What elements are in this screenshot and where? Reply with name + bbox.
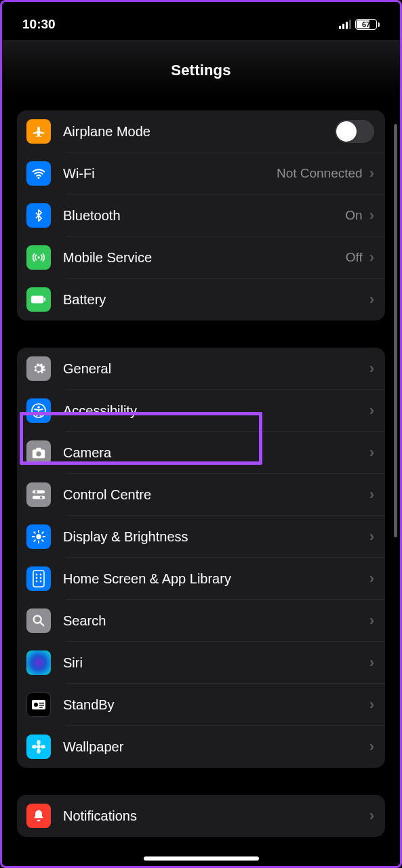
row-wifi[interactable]: Wi-FiNot Connected› (17, 152, 385, 194)
antenna-icon (26, 245, 51, 270)
row-bluetooth[interactable]: BluetoothOn› (17, 194, 385, 236)
airplane-toggle[interactable] (335, 120, 374, 143)
svg-point-18 (40, 581, 42, 583)
row-label: Accessibility (63, 403, 369, 419)
svg-point-1 (37, 256, 39, 258)
svg-rect-3 (44, 297, 45, 302)
chevron-right-icon: › (369, 612, 374, 629)
status-bar: 10:30 67 (2, 2, 400, 40)
svg-rect-23 (39, 705, 44, 706)
home-indicator[interactable] (144, 856, 259, 861)
chevron-right-icon: › (369, 486, 374, 503)
row-control-centre[interactable]: Control Centre› (17, 474, 385, 516)
settings-group: Airplane ModeWi-FiNot Connected›Bluetoot… (17, 110, 385, 321)
chevron-right-icon: › (369, 165, 374, 182)
chevron-right-icon: › (369, 444, 374, 461)
row-label: Battery (63, 292, 369, 308)
svg-point-0 (37, 177, 39, 179)
row-search[interactable]: Search› (17, 600, 385, 642)
row-label: Search (63, 613, 369, 629)
row-label: StandBy (63, 697, 369, 713)
row-label: Wi-Fi (63, 166, 277, 182)
row-label: Mobile Service (63, 250, 346, 266)
wifi-icon (26, 161, 51, 186)
sliders-icon (26, 482, 51, 507)
row-label: Display & Brightness (63, 529, 369, 545)
row-value: Off (346, 250, 363, 265)
phone-grid-icon (26, 566, 51, 591)
brightness-icon (26, 524, 51, 549)
row-label: Siri (63, 655, 369, 671)
svg-rect-2 (31, 295, 43, 303)
row-airplane[interactable]: Airplane Mode (17, 110, 385, 152)
svg-point-25 (37, 745, 41, 749)
row-wallpaper[interactable]: Wallpaper› (17, 726, 385, 768)
row-accessibility[interactable]: Accessibility› (17, 390, 385, 432)
svg-point-28 (32, 745, 37, 749)
svg-rect-22 (39, 703, 44, 704)
svg-point-8 (35, 491, 38, 493)
battery-icon (26, 287, 51, 312)
gear-icon (26, 356, 51, 381)
svg-point-5 (37, 406, 40, 409)
row-label: Wallpaper (63, 739, 369, 755)
svg-point-17 (36, 581, 38, 583)
chevron-right-icon: › (369, 807, 374, 825)
standby-icon (26, 693, 51, 717)
scrollbar-thumb[interactable] (394, 124, 397, 537)
page-header: Settings (2, 40, 400, 94)
chevron-right-icon: › (369, 570, 374, 587)
chevron-right-icon: › (369, 249, 374, 266)
settings-group: General›Accessibility›Camera›Control Cen… (17, 348, 385, 768)
svg-point-10 (40, 496, 43, 499)
row-siri[interactable]: Siri› (17, 642, 385, 684)
bluetooth-icon (26, 203, 51, 228)
svg-point-15 (36, 577, 38, 579)
row-display[interactable]: Display & Brightness› (17, 516, 385, 558)
chevron-right-icon: › (369, 207, 374, 224)
bell-icon (26, 804, 51, 828)
wallpaper-icon (26, 735, 51, 759)
row-label: Home Screen & App Library (63, 571, 369, 587)
camera-icon (26, 440, 51, 465)
settings-scroll-area[interactable]: Airplane ModeWi-FiNot Connected›Bluetoot… (2, 90, 400, 866)
siri-icon (26, 650, 51, 675)
row-camera[interactable]: Camera› (17, 432, 385, 474)
row-label: Airplane Mode (63, 124, 335, 140)
svg-rect-24 (39, 707, 43, 708)
chevron-right-icon: › (369, 738, 374, 756)
page-title: Settings (2, 62, 400, 79)
row-home-screen[interactable]: Home Screen & App Library› (17, 558, 385, 600)
row-standby[interactable]: StandBy› (17, 684, 385, 726)
svg-point-16 (40, 577, 42, 579)
svg-point-11 (36, 534, 41, 539)
airplane-icon (26, 119, 51, 144)
row-value: Not Connected (277, 166, 363, 181)
row-label: Bluetooth (63, 208, 345, 224)
row-label: General (63, 361, 369, 377)
row-label: Camera (63, 445, 369, 461)
status-indicators: 67 (339, 19, 380, 30)
settings-group: Notifications› (17, 795, 385, 837)
svg-point-13 (36, 574, 38, 576)
svg-rect-12 (33, 571, 44, 587)
accessibility-icon (26, 398, 51, 423)
svg-point-26 (37, 740, 41, 745)
row-battery[interactable]: Battery› (17, 278, 385, 321)
battery-indicator: 67 (355, 19, 380, 30)
row-notifications[interactable]: Notifications› (17, 795, 385, 837)
row-label: Control Centre (63, 487, 369, 503)
row-mobile[interactable]: Mobile ServiceOff› (17, 236, 385, 278)
cellular-signal-icon (339, 20, 351, 29)
svg-point-29 (41, 745, 45, 749)
svg-rect-9 (33, 496, 45, 499)
chevron-right-icon: › (369, 402, 374, 419)
chevron-right-icon: › (369, 291, 374, 308)
chevron-right-icon: › (369, 654, 374, 671)
chevron-right-icon: › (369, 528, 374, 545)
svg-point-6 (36, 451, 41, 456)
search-icon (26, 608, 51, 633)
row-value: On (345, 208, 362, 223)
row-general[interactable]: General› (17, 348, 385, 390)
status-time: 10:30 (22, 17, 56, 32)
